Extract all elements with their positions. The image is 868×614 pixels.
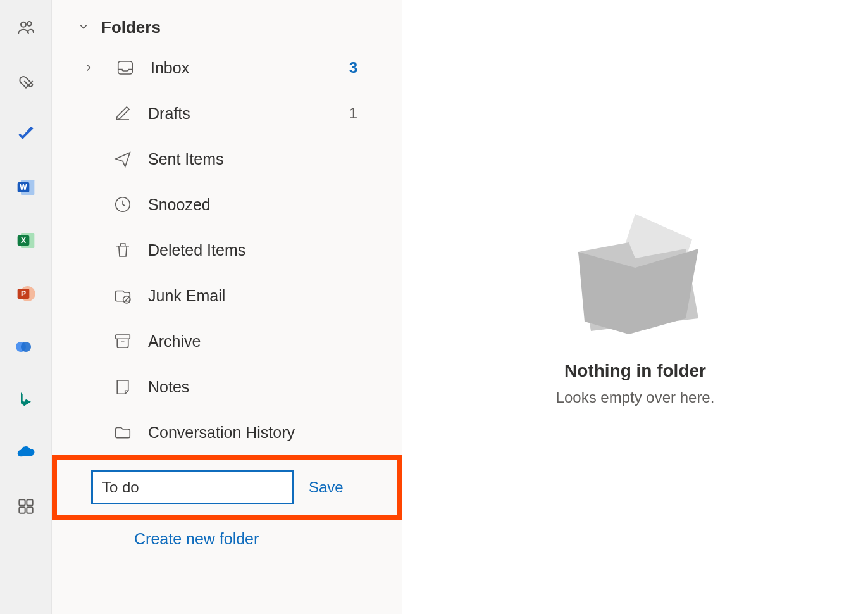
app-rail: W X P — [0, 0, 52, 614]
folder-junk-email[interactable]: Junk Email — [52, 273, 402, 318]
empty-title: Nothing in folder — [564, 361, 706, 381]
svg-point-1 — [27, 22, 32, 26]
svg-rect-11 — [19, 499, 25, 505]
folder-label: Drafts — [148, 104, 334, 123]
svg-rect-19 — [116, 335, 130, 339]
notes-icon — [113, 377, 133, 397]
folder-label: Notes — [148, 378, 376, 396]
svg-rect-14 — [27, 507, 32, 513]
folder-label: Conversation History — [148, 423, 376, 442]
folder-deleted-items[interactable]: Deleted Items — [52, 227, 402, 273]
create-new-folder-link[interactable]: Create new folder — [52, 520, 402, 558]
folder-notes[interactable]: Notes — [52, 364, 402, 410]
folder-icon — [113, 422, 133, 442]
empty-subtitle: Looks empty over here. — [556, 389, 715, 406]
chevron-down-icon — [77, 20, 90, 35]
folder-label: Archive — [148, 332, 376, 351]
powerpoint-icon[interactable]: P — [13, 281, 39, 306]
inbox-icon — [115, 58, 135, 78]
svg-text:P: P — [20, 289, 25, 298]
folder-count: 1 — [349, 104, 376, 122]
folder-conversation-history[interactable]: Conversation History — [52, 410, 402, 455]
word-icon[interactable]: W — [13, 175, 39, 200]
junk-icon — [113, 285, 133, 306]
files-icon[interactable] — [13, 68, 39, 94]
chevron-right-icon — [77, 62, 100, 73]
sent-icon — [113, 149, 133, 169]
svg-rect-15 — [118, 61, 133, 74]
main-empty-pane: Nothing in folder Looks empty over here. — [402, 0, 868, 614]
new-folder-input[interactable] — [91, 470, 294, 504]
folder-label: Sent Items — [148, 150, 376, 168]
empty-folder-icon — [559, 208, 711, 343]
folder-label: Inbox — [151, 59, 334, 77]
folder-label: Snoozed — [148, 196, 376, 214]
folder-pane: Folders Inbox 3 Drafts 1 Sent Items Snoo… — [52, 0, 402, 614]
folders-header[interactable]: Folders — [52, 10, 402, 45]
drafts-icon — [113, 103, 133, 123]
folder-drafts[interactable]: Drafts 1 — [52, 91, 402, 136]
svg-rect-12 — [27, 499, 32, 505]
snoozed-icon — [113, 194, 133, 215]
folder-label: Deleted Items — [148, 241, 376, 260]
people-icon[interactable] — [13, 15, 39, 41]
more-apps-icon[interactable] — [13, 494, 39, 519]
new-folder-highlight: Save — [52, 455, 402, 520]
save-button[interactable]: Save — [309, 479, 344, 496]
trash-icon — [113, 240, 133, 260]
onedrive-icon[interactable] — [13, 441, 39, 466]
folder-label: Junk Email — [148, 287, 376, 305]
archive-icon — [113, 331, 133, 351]
folder-sent-items[interactable]: Sent Items — [52, 136, 402, 182]
svg-rect-13 — [19, 507, 25, 513]
svg-point-0 — [21, 22, 26, 27]
svg-text:X: X — [20, 236, 25, 245]
todo-icon[interactable] — [13, 122, 39, 147]
folder-count: 3 — [349, 59, 376, 77]
svg-text:W: W — [20, 183, 27, 192]
folder-snoozed[interactable]: Snoozed — [52, 182, 402, 227]
viva-icon[interactable] — [13, 334, 39, 360]
folders-header-title: Folders — [101, 18, 161, 37]
bing-icon[interactable] — [13, 387, 39, 413]
excel-icon[interactable]: X — [13, 228, 39, 253]
folder-inbox[interactable]: Inbox 3 — [52, 45, 402, 91]
folder-archive[interactable]: Archive — [52, 318, 402, 364]
